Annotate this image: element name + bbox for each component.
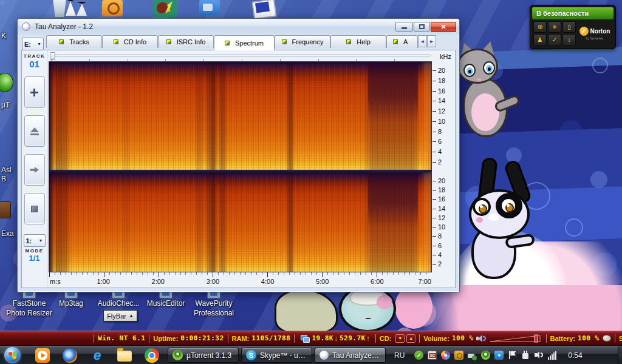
collapse-arrow-icon: ▲ [129,313,134,318]
tray-volume-icon[interactable] [535,351,544,360]
internet-explorer-icon[interactable]: e [90,348,104,363]
chevron-down-icon: ▼ [37,42,41,46]
norton-scan-check-icon[interactable]: ✓ [548,34,561,46]
norton-status: В безопасности [532,7,613,19]
ram-value: 1105/1788 [251,334,290,342]
tray-utorrent-icon[interactable] [481,351,490,360]
norton-update-icon[interactable]: ↕ [562,34,576,46]
desktop-item-blue-icon[interactable] [199,0,220,15]
window-title: Tau Analyzer - 1.2 [30,22,395,31]
utorrent-icon [173,350,183,360]
norton-dashboard-icon[interactable]: ⊕ [533,21,547,33]
bunny-eye [473,198,491,216]
frequency-unit-label: kHz [432,52,455,61]
add-button[interactable] [24,76,45,108]
tab-icon [282,39,287,44]
tray-screen-capture-icon[interactable]: SC [428,351,437,360]
title-bar[interactable]: Tau Analyzer - 1.2 ✕ [18,19,459,35]
scrollbar-track[interactable] [50,55,431,56]
maximize-button[interactable] [414,22,430,32]
drive-select[interactable]: E: ▼ [22,38,44,50]
desktop-item-icon[interactable] [0,201,11,218]
tray-media-orb-icon[interactable] [441,351,450,360]
battery-value: 100 % [578,334,600,342]
tab-isrc-info[interactable]: ISRC Info [158,35,214,48]
volume-label: Volume: [423,335,449,342]
eject-button[interactable] [24,115,45,147]
tray-action-center-flag-icon[interactable] [508,351,517,360]
desktop-item-label[interactable]: B [1,175,6,183]
cd-open-button[interactable]: ▼ [395,334,405,343]
net-up-value: 529.7K [340,334,366,342]
tab-about[interactable]: A [386,35,418,48]
tray-updater-icon[interactable]: ✦ [494,351,504,360]
cd-close-button[interactable]: ▲ [406,334,415,343]
desktop-item-label[interactable]: K [1,32,6,40]
desktop-item-label[interactable]: Exa [1,229,14,238]
stop-button[interactable] [24,193,45,224]
tray-power-plug-icon[interactable] [521,351,530,360]
next-button[interactable] [24,154,45,186]
chrome-icon[interactable] [145,348,159,363]
taskbar-button-skype[interactable]: S Skype™ - use... [241,348,312,363]
tab-tracks[interactable]: Tracks [46,35,102,48]
tray-status-check-icon[interactable]: ✓ [414,351,423,360]
close-button[interactable]: ✕ [431,22,456,32]
arrow-down-icon: ↓ [334,334,338,343]
show-desktop-button[interactable] [618,346,622,364]
cat-character [456,45,521,142]
tab-frequency[interactable]: Frequency [275,35,330,48]
mode-value: 1/1 [29,254,39,263]
language-indicator[interactable]: RU [394,351,405,360]
tray-network-signal-icon[interactable] [548,351,557,360]
tray-usb-eject-icon[interactable] [468,351,477,360]
minimize-icon [402,27,407,29]
volume-slider[interactable] [489,334,542,343]
start-button[interactable] [4,347,21,363]
mode-select[interactable]: 1: ▼ [24,234,46,247]
desktop-item-label[interactable]: Asl [1,166,12,174]
norton-mobile-icon[interactable]: ▯ [562,21,576,33]
desktop-item-label[interactable]: µT [1,101,10,109]
flybar-status-bar: Win. NT 6.1 Uptime: 0:00:21:32 RAM: 1105… [0,331,622,346]
mode-label: MODE [26,248,44,254]
desktop-item-cat-icon[interactable] [64,0,87,16]
tab-spectrum[interactable]: Spectrum [214,35,275,50]
volume-value: 100 % [452,334,474,342]
tab-help[interactable]: Help [330,35,386,48]
frequency-axis-2: 20 18 16 14 12 10 8 6 4 2 [432,172,455,272]
desktop-item-orange-icon[interactable] [102,0,123,16]
tab-scroll-left-icon[interactable]: ◄ [418,35,427,47]
flybar-collapse-button[interactable]: FlyBar ▲ [103,310,137,322]
firefox-icon[interactable] [63,348,77,363]
norton-family-icon[interactable]: ♟ [533,34,547,46]
taskbar-button-tau-analyzer[interactable]: Tau Analyzer ... [315,348,386,363]
norton-widget: В безопасности ⊕ ✳ ▯ ♟ ✓ ↕ ✓ Norton by S… [530,5,616,49]
tab-scroll-right-icon[interactable]: ► [427,35,436,47]
bunny-character [462,158,554,290]
cat-nose [477,78,482,81]
ram-label: RAM: [232,335,250,342]
taskbar-clock[interactable]: 0:54 [568,351,582,360]
tab-cd-info[interactable]: CD Info [102,35,158,48]
cat-head [457,49,498,84]
system-tray: ✓ SC ✦ [414,350,557,360]
spectrum-scrollbar[interactable] [49,52,432,61]
desktop-item-color-icon[interactable] [153,0,177,17]
tab-icon [393,39,398,44]
wallpaper-bubbles [0,0,5,5]
desktop-icon-label[interactable]: WavePurity Professional [180,298,247,318]
media-player-launcher-icon[interactable] [35,348,50,363]
arrow-right-icon [30,167,39,173]
arrow-up-icon: ↑ [366,334,370,343]
minimize-button[interactable] [395,22,413,32]
norton-apps-icon[interactable]: ✳ [548,21,561,33]
tray-antivirus-icon[interactable] [454,351,463,360]
taskbar-button-utorrent[interactable]: µTorrent 3.1.3 [168,348,239,363]
explorer-folder-icon[interactable] [117,351,132,362]
skype-icon: S [246,350,256,360]
frequency-axis-1: 20 18 16 14 12 10 8 6 4 2 [432,61,455,170]
desktop-item-monitor-icon[interactable] [253,0,278,17]
stop-icon [31,206,38,212]
wallpaper-bubble-ring [592,58,608,73]
